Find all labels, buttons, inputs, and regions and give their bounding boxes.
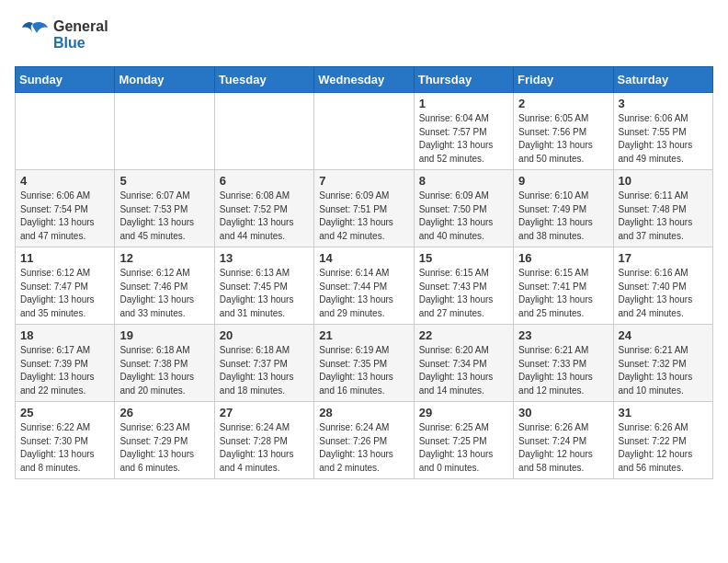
day-info: Sunrise: 6:12 AM Sunset: 7:46 PM Dayligh… <box>119 267 209 320</box>
day-number: 31 <box>619 406 708 419</box>
day-info: Sunrise: 6:05 AM Sunset: 7:56 PM Dayligh… <box>518 112 608 166</box>
day-info: Sunrise: 6:15 AM Sunset: 7:41 PM Dayligh… <box>518 267 608 320</box>
calendar-day-18: 18Sunrise: 6:17 AM Sunset: 7:39 PM Dayli… <box>16 325 115 402</box>
calendar-week-row: 25Sunrise: 6:22 AM Sunset: 7:30 PM Dayli… <box>16 402 713 479</box>
day-info: Sunrise: 6:26 AM Sunset: 7:24 PM Dayligh… <box>518 421 608 475</box>
calendar-week-row: 18Sunrise: 6:17 AM Sunset: 7:39 PM Dayli… <box>16 325 713 402</box>
day-number: 9 <box>518 174 608 188</box>
day-number: 24 <box>619 328 708 342</box>
day-info: Sunrise: 6:12 AM Sunset: 7:47 PM Dayligh… <box>20 267 109 320</box>
day-number: 27 <box>220 406 309 419</box>
calendar-day-13: 13Sunrise: 6:13 AM Sunset: 7:45 PM Dayli… <box>214 247 313 325</box>
day-number: 3 <box>619 97 708 110</box>
weekday-header-monday: Monday <box>115 67 214 93</box>
calendar-day-4: 4Sunrise: 6:06 AM Sunset: 7:54 PM Daylig… <box>16 170 115 247</box>
calendar-day-15: 15Sunrise: 6:15 AM Sunset: 7:43 PM Dayli… <box>414 247 513 325</box>
calendar-table: SundayMondayTuesdayWednesdayThursdayFrid… <box>15 66 713 479</box>
day-info: Sunrise: 6:04 AM Sunset: 7:57 PM Dayligh… <box>419 112 508 166</box>
day-info: Sunrise: 6:11 AM Sunset: 7:48 PM Dayligh… <box>619 190 708 243</box>
calendar-day-27: 27Sunrise: 6:24 AM Sunset: 7:28 PM Dayli… <box>214 402 313 479</box>
calendar-day-16: 16Sunrise: 6:15 AM Sunset: 7:41 PM Dayli… <box>514 247 613 325</box>
calendar-day-7: 7Sunrise: 6:09 AM Sunset: 7:51 PM Daylig… <box>314 170 414 247</box>
day-number: 19 <box>119 328 209 342</box>
day-number: 10 <box>619 174 708 188</box>
calendar-day-24: 24Sunrise: 6:21 AM Sunset: 7:32 PM Dayli… <box>613 325 712 402</box>
day-info: Sunrise: 6:15 AM Sunset: 7:43 PM Dayligh… <box>419 267 508 320</box>
day-number: 8 <box>419 174 508 188</box>
day-info: Sunrise: 6:06 AM Sunset: 7:54 PM Dayligh… <box>20 190 109 243</box>
calendar-day-22: 22Sunrise: 6:20 AM Sunset: 7:34 PM Dayli… <box>414 325 513 402</box>
calendar-day-8: 8Sunrise: 6:09 AM Sunset: 7:50 PM Daylig… <box>414 170 513 247</box>
day-number: 18 <box>20 328 109 342</box>
calendar-day-31: 31Sunrise: 6:26 AM Sunset: 7:22 PM Dayli… <box>613 402 712 479</box>
calendar-day-10: 10Sunrise: 6:11 AM Sunset: 7:48 PM Dayli… <box>613 170 712 247</box>
logo-text-blue: Blue <box>53 35 108 52</box>
day-number: 26 <box>119 406 209 419</box>
day-number: 28 <box>319 406 408 419</box>
calendar-day-19: 19Sunrise: 6:18 AM Sunset: 7:38 PM Dayli… <box>115 325 214 402</box>
calendar-week-row: 1Sunrise: 6:04 AM Sunset: 7:57 PM Daylig… <box>16 93 713 170</box>
day-info: Sunrise: 6:10 AM Sunset: 7:49 PM Dayligh… <box>518 190 608 243</box>
calendar-day-9: 9Sunrise: 6:10 AM Sunset: 7:49 PM Daylig… <box>514 170 613 247</box>
weekday-header-row: SundayMondayTuesdayWednesdayThursdayFrid… <box>16 67 713 93</box>
day-info: Sunrise: 6:22 AM Sunset: 7:30 PM Dayligh… <box>20 421 109 475</box>
calendar-empty-cell <box>214 93 313 170</box>
calendar-day-1: 1Sunrise: 6:04 AM Sunset: 7:57 PM Daylig… <box>414 93 513 170</box>
day-number: 7 <box>319 174 408 188</box>
day-info: Sunrise: 6:14 AM Sunset: 7:44 PM Dayligh… <box>319 267 408 320</box>
calendar-day-28: 28Sunrise: 6:24 AM Sunset: 7:26 PM Dayli… <box>314 402 414 479</box>
day-number: 15 <box>419 251 508 265</box>
calendar-day-17: 17Sunrise: 6:16 AM Sunset: 7:40 PM Dayli… <box>613 247 712 325</box>
calendar-day-29: 29Sunrise: 6:25 AM Sunset: 7:25 PM Dayli… <box>414 402 513 479</box>
calendar-day-12: 12Sunrise: 6:12 AM Sunset: 7:46 PM Dayli… <box>115 247 214 325</box>
day-info: Sunrise: 6:13 AM Sunset: 7:45 PM Dayligh… <box>220 267 309 320</box>
day-info: Sunrise: 6:18 AM Sunset: 7:38 PM Dayligh… <box>119 344 209 397</box>
logo: General Blue <box>15 15 108 55</box>
calendar-day-2: 2Sunrise: 6:05 AM Sunset: 7:56 PM Daylig… <box>514 93 613 170</box>
calendar-day-26: 26Sunrise: 6:23 AM Sunset: 7:29 PM Dayli… <box>115 402 214 479</box>
calendar-week-row: 11Sunrise: 6:12 AM Sunset: 7:47 PM Dayli… <box>16 247 713 325</box>
day-info: Sunrise: 6:20 AM Sunset: 7:34 PM Dayligh… <box>419 344 508 397</box>
calendar-empty-cell <box>314 93 414 170</box>
calendar-day-30: 30Sunrise: 6:26 AM Sunset: 7:24 PM Dayli… <box>514 402 613 479</box>
day-number: 1 <box>419 97 508 110</box>
calendar-day-25: 25Sunrise: 6:22 AM Sunset: 7:30 PM Dayli… <box>16 402 115 479</box>
day-number: 22 <box>419 328 508 342</box>
weekday-header-sunday: Sunday <box>16 67 115 93</box>
day-number: 16 <box>518 251 608 265</box>
day-info: Sunrise: 6:08 AM Sunset: 7:52 PM Dayligh… <box>220 190 309 243</box>
logo-bird-icon <box>15 15 51 52</box>
weekday-header-tuesday: Tuesday <box>214 67 313 93</box>
weekday-header-saturday: Saturday <box>613 67 712 93</box>
day-number: 6 <box>220 174 309 188</box>
calendar-day-3: 3Sunrise: 6:06 AM Sunset: 7:55 PM Daylig… <box>613 93 712 170</box>
calendar-day-5: 5Sunrise: 6:07 AM Sunset: 7:53 PM Daylig… <box>115 170 214 247</box>
day-number: 2 <box>518 97 608 110</box>
day-number: 29 <box>419 406 508 419</box>
page-header: General Blue <box>15 15 713 55</box>
day-number: 25 <box>20 406 109 419</box>
day-number: 4 <box>20 174 109 188</box>
day-info: Sunrise: 6:17 AM Sunset: 7:39 PM Dayligh… <box>20 344 109 397</box>
calendar-day-6: 6Sunrise: 6:08 AM Sunset: 7:52 PM Daylig… <box>214 170 313 247</box>
day-number: 5 <box>119 174 209 188</box>
day-number: 12 <box>119 251 209 265</box>
weekday-header-thursday: Thursday <box>414 67 513 93</box>
day-info: Sunrise: 6:09 AM Sunset: 7:50 PM Dayligh… <box>419 190 508 243</box>
day-info: Sunrise: 6:26 AM Sunset: 7:22 PM Dayligh… <box>619 421 708 475</box>
day-info: Sunrise: 6:16 AM Sunset: 7:40 PM Dayligh… <box>619 267 708 320</box>
day-number: 20 <box>220 328 309 342</box>
day-number: 14 <box>319 251 408 265</box>
day-number: 13 <box>220 251 309 265</box>
calendar-day-20: 20Sunrise: 6:18 AM Sunset: 7:37 PM Dayli… <box>214 325 313 402</box>
calendar-day-14: 14Sunrise: 6:14 AM Sunset: 7:44 PM Dayli… <box>314 247 414 325</box>
calendar-day-23: 23Sunrise: 6:21 AM Sunset: 7:33 PM Dayli… <box>514 325 613 402</box>
day-info: Sunrise: 6:06 AM Sunset: 7:55 PM Dayligh… <box>619 112 708 166</box>
day-info: Sunrise: 6:09 AM Sunset: 7:51 PM Dayligh… <box>319 190 408 243</box>
calendar-empty-cell <box>16 93 115 170</box>
day-info: Sunrise: 6:25 AM Sunset: 7:25 PM Dayligh… <box>419 421 508 475</box>
calendar-week-row: 4Sunrise: 6:06 AM Sunset: 7:54 PM Daylig… <box>16 170 713 247</box>
day-info: Sunrise: 6:21 AM Sunset: 7:32 PM Dayligh… <box>619 344 708 397</box>
logo-text-general: General <box>53 18 108 35</box>
day-info: Sunrise: 6:24 AM Sunset: 7:28 PM Dayligh… <box>220 421 309 475</box>
